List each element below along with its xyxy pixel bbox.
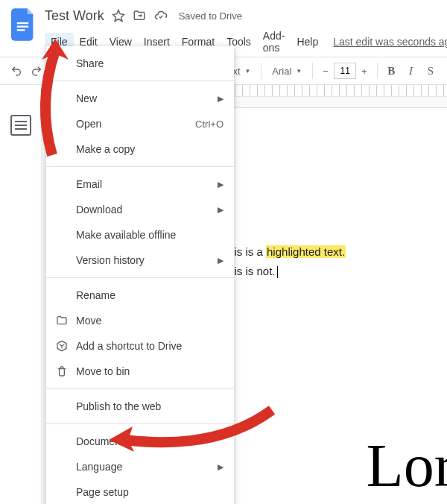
- chevron-down-icon: ▼: [245, 68, 251, 75]
- star-icon[interactable]: [112, 9, 125, 22]
- font-size-input[interactable]: [334, 63, 356, 79]
- separator: [312, 63, 313, 79]
- last-edit-link[interactable]: Last edit was seconds age: [333, 36, 447, 48]
- move-folder-icon[interactable]: [133, 9, 146, 22]
- chevron-right-icon: ▶: [218, 180, 224, 189]
- watermark-text: Lor: [367, 435, 447, 497]
- text-cursor: [277, 266, 278, 278]
- menu-page-setup[interactable]: Page setup: [46, 479, 234, 504]
- italic-button[interactable]: I: [402, 60, 419, 81]
- menu-make-copy[interactable]: Make a copy: [46, 136, 234, 162]
- menu-help[interactable]: Help: [291, 33, 324, 51]
- menu-add-shortcut[interactable]: Add a shortcut to Drive: [46, 333, 234, 359]
- svg-rect-0: [17, 22, 28, 24]
- bold-button[interactable]: B: [382, 60, 400, 81]
- strike-button[interactable]: S: [422, 60, 440, 81]
- svg-rect-2: [17, 29, 25, 31]
- menu-addons[interactable]: Add-ons: [257, 27, 291, 57]
- outline-icon[interactable]: [10, 115, 31, 136]
- font-size-decrease[interactable]: −: [317, 63, 334, 79]
- doc-line-2[interactable]: This is not.: [221, 262, 447, 281]
- saved-status: Saved to Drive: [179, 10, 242, 22]
- separator: [46, 388, 234, 389]
- doc-line-1[interactable]: This is a highlighted text.: [221, 242, 447, 262]
- menu-offline[interactable]: Make available offline: [46, 222, 234, 248]
- separator: [261, 63, 261, 79]
- highlighted-text: highlighted text.: [266, 245, 346, 258]
- chevron-down-icon: ▼: [296, 68, 302, 75]
- svg-rect-1: [17, 26, 28, 28]
- menu-language[interactable]: Language▶: [46, 454, 234, 479]
- menu-publish[interactable]: Publish to the web: [46, 394, 234, 419]
- redo-button[interactable]: [27, 60, 45, 81]
- move-icon: [55, 314, 69, 327]
- doc-title[interactable]: Test Work: [45, 8, 104, 24]
- shortcut-text: Ctrl+O: [195, 119, 224, 130]
- menu-download[interactable]: Download▶: [46, 197, 234, 222]
- left-rail: [0, 85, 42, 504]
- font-select[interactable]: Arial▼: [266, 66, 308, 77]
- separator: [46, 166, 234, 167]
- menu-move[interactable]: Move: [46, 308, 234, 333]
- chevron-right-icon: ▶: [218, 256, 224, 265]
- chevron-right-icon: ▶: [218, 94, 224, 104]
- chevron-right-icon: ▶: [218, 205, 224, 215]
- separator: [46, 277, 234, 278]
- menu-email[interactable]: Email▶: [46, 171, 234, 197]
- menu-share[interactable]: Share: [46, 51, 234, 76]
- menu-open[interactable]: OpenCtrl+O: [46, 111, 234, 136]
- undo-button[interactable]: [7, 60, 25, 81]
- shortcut-icon: [55, 339, 69, 353]
- chevron-right-icon: ▶: [218, 462, 224, 472]
- menu-move-to-bin[interactable]: Move to bin: [46, 359, 234, 384]
- menu-new[interactable]: New▶: [46, 86, 234, 111]
- menu-version-history[interactable]: Version history▶: [46, 248, 234, 273]
- trash-icon: [55, 365, 69, 378]
- separator: [46, 423, 234, 424]
- separator: [46, 81, 234, 81]
- docs-logo[interactable]: [9, 6, 39, 43]
- menu-rename[interactable]: Rename: [46, 283, 234, 308]
- file-menu-dropdown: Share New▶ OpenCtrl+O Make a copy Email▶…: [46, 46, 234, 504]
- separator: [377, 63, 378, 79]
- menu-details[interactable]: Document details: [46, 429, 234, 454]
- font-label: Arial: [272, 66, 291, 77]
- font-size-increase[interactable]: +: [356, 63, 372, 79]
- cloud-saved-icon[interactable]: [153, 9, 168, 22]
